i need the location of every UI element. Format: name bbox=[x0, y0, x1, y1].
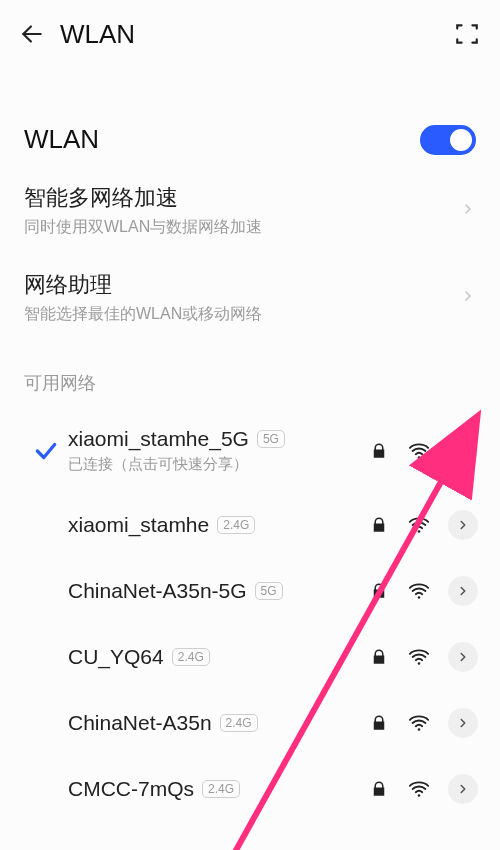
lock-icon bbox=[368, 712, 390, 734]
svg-point-3 bbox=[418, 596, 421, 599]
network-ssid: CU_YQ64 bbox=[68, 645, 164, 669]
row-network-assist[interactable]: 网络助理 智能选择最佳的WLAN或移动网络 bbox=[0, 254, 500, 341]
header-title: WLAN bbox=[60, 19, 135, 50]
network-band-badge: 2.4G bbox=[202, 780, 240, 798]
chevron-right-icon bbox=[460, 288, 476, 308]
network-ssid: xiaomi_stamhe bbox=[68, 513, 209, 537]
svg-point-4 bbox=[418, 662, 421, 665]
row-sub: 智能选择最佳的WLAN或移动网络 bbox=[24, 304, 460, 325]
row-title: 智能多网络加速 bbox=[24, 183, 460, 213]
wifi-signal-icon bbox=[408, 440, 430, 462]
lock-icon bbox=[368, 778, 390, 800]
svg-point-2 bbox=[418, 530, 421, 533]
network-ssid: xiaomi_stamhe_5G bbox=[68, 427, 249, 451]
network-detail-button[interactable] bbox=[448, 708, 478, 738]
lock-icon bbox=[368, 440, 390, 462]
network-detail-button[interactable] bbox=[448, 436, 478, 466]
wifi-signal-icon bbox=[408, 514, 430, 536]
svg-point-6 bbox=[418, 794, 421, 797]
network-row[interactable]: CU_YQ642.4G bbox=[0, 624, 500, 690]
network-text: CU_YQ642.4G bbox=[68, 645, 368, 669]
lock-icon bbox=[368, 514, 390, 536]
network-detail-button[interactable] bbox=[448, 510, 478, 540]
network-detail-button[interactable] bbox=[448, 642, 478, 672]
wifi-signal-icon bbox=[408, 712, 430, 734]
network-text: ChinaNet-A35n2.4G bbox=[68, 711, 368, 735]
lock-icon bbox=[368, 646, 390, 668]
network-band-badge: 5G bbox=[255, 582, 283, 600]
row-title: 网络助理 bbox=[24, 270, 460, 300]
wifi-signal-icon bbox=[408, 580, 430, 602]
network-detail-button[interactable] bbox=[448, 576, 478, 606]
wlan-section-label: WLAN bbox=[24, 124, 99, 155]
network-status: 已连接（点击可快速分享） bbox=[68, 455, 368, 474]
network-band-badge: 2.4G bbox=[172, 648, 210, 666]
network-text: ChinaNet-A35n-5G5G bbox=[68, 579, 368, 603]
back-icon[interactable] bbox=[18, 20, 46, 48]
network-list: xiaomi_stamhe_5G5G已连接（点击可快速分享）xiaomi_sta… bbox=[0, 409, 500, 822]
network-band-badge: 5G bbox=[257, 430, 285, 448]
network-row[interactable]: xiaomi_stamhe2.4G bbox=[0, 492, 500, 558]
network-band-badge: 2.4G bbox=[217, 516, 255, 534]
wlan-toggle[interactable] bbox=[420, 125, 476, 155]
connected-check-icon bbox=[24, 438, 68, 464]
svg-point-5 bbox=[418, 728, 421, 731]
network-row[interactable]: CMCC-7mQs2.4G bbox=[0, 756, 500, 822]
network-text: xiaomi_stamhe_5G5G已连接（点击可快速分享） bbox=[68, 427, 368, 474]
lock-icon bbox=[368, 580, 390, 602]
network-ssid: ChinaNet-A35n-5G bbox=[68, 579, 247, 603]
qr-scan-icon[interactable] bbox=[452, 19, 482, 49]
wlan-toggle-row: WLAN bbox=[0, 98, 500, 167]
network-row[interactable]: xiaomi_stamhe_5G5G已连接（点击可快速分享） bbox=[0, 409, 500, 492]
network-ssid: CMCC-7mQs bbox=[68, 777, 194, 801]
network-row[interactable]: ChinaNet-A35n2.4G bbox=[0, 690, 500, 756]
wifi-signal-icon bbox=[408, 778, 430, 800]
network-text: CMCC-7mQs2.4G bbox=[68, 777, 368, 801]
network-row[interactable]: ChinaNet-A35n-5G5G bbox=[0, 558, 500, 624]
network-band-badge: 2.4G bbox=[220, 714, 258, 732]
row-smart-accel[interactable]: 智能多网络加速 同时使用双WLAN与数据网络加速 bbox=[0, 167, 500, 254]
row-sub: 同时使用双WLAN与数据网络加速 bbox=[24, 217, 460, 238]
network-ssid: ChinaNet-A35n bbox=[68, 711, 212, 735]
available-networks-header: 可用网络 bbox=[0, 341, 500, 409]
wifi-signal-icon bbox=[408, 646, 430, 668]
header-bar: WLAN bbox=[0, 0, 500, 68]
network-detail-button[interactable] bbox=[448, 774, 478, 804]
svg-point-1 bbox=[418, 456, 421, 459]
chevron-right-icon bbox=[460, 201, 476, 221]
network-text: xiaomi_stamhe2.4G bbox=[68, 513, 368, 537]
